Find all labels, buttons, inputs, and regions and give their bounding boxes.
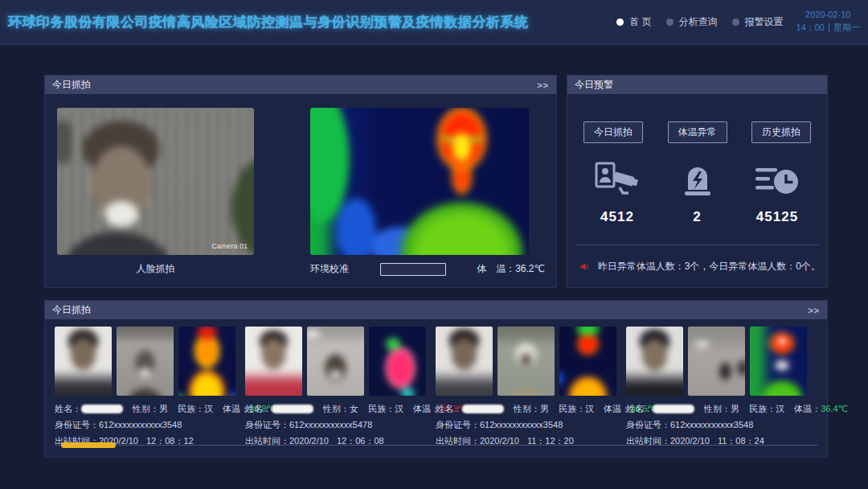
scene-capture-thumbnail[interactable]: [497, 327, 555, 396]
capture-record[interactable]: 姓名： 性别：男 民族：汉 体温：36.8℃ 身份证号：612xxxxxxxxx…: [55, 327, 245, 449]
camera-watermark: Camera 01: [211, 242, 248, 250]
name-redacted: [81, 405, 123, 413]
gender-value: 女: [350, 404, 358, 413]
temp-label: 体 温：: [477, 263, 515, 274]
id-photo-art: [55, 327, 112, 396]
id-value: 612xxxxxxxxxxx3548: [670, 420, 753, 429]
thermal-capture-image[interactable]: [310, 108, 529, 255]
thermal-thumbnail[interactable]: [750, 327, 807, 396]
panel-title: 今日预警: [575, 78, 613, 92]
horn-icon: [580, 260, 590, 273]
nav-label: 首 页: [629, 15, 651, 29]
thermal-thumbnail[interactable]: [178, 327, 235, 396]
tab-today-capture[interactable]: 今日抓拍: [583, 121, 643, 143]
body-temp-readout: 体 温：36.2℃: [477, 262, 545, 276]
nav-item-analysis-query[interactable]: 分析查询: [666, 15, 718, 29]
id-label: 身份证号：: [626, 420, 670, 429]
stat-today-capture: 4512: [588, 161, 646, 225]
app-header: 环球印务股份有限公司疫情高风险区域防控测温与身份识别预警及疫情数据分析系统 首 …: [0, 0, 868, 45]
name-label: 姓名：: [245, 404, 272, 413]
bullet-dot-icon: [732, 18, 739, 26]
stat-temp-abnormal: 2: [669, 161, 727, 225]
panel-header: 今日抓拍 >>: [45, 301, 827, 319]
nav-item-alarm-settings[interactable]: 报警设置: [732, 15, 784, 29]
time-text: 14：00: [796, 22, 825, 35]
id-value: 612xxxxxxxxxxx3548: [480, 420, 563, 429]
id-photo-thumbnail[interactable]: [626, 327, 683, 396]
ethnic-value: 汉: [204, 404, 213, 413]
ethnic-label: 民族：: [559, 404, 585, 413]
stat-value: 4512: [588, 209, 646, 225]
capture-record[interactable]: 姓名： 性别：男 民族：汉 体温：36.5℃ 身份证号：612xxxxxxxxx…: [436, 327, 626, 449]
caption-row: 人脸抓拍 环境校准 体 温：36.2℃: [45, 262, 556, 276]
expand-arrows-icon[interactable]: >>: [537, 80, 549, 90]
capture-records-panel: 今日抓拍 >> 姓名： 性别：男 民族：汉 体温：36.8℃ 身份证号：: [44, 300, 828, 458]
scene-art: [307, 327, 364, 396]
gender-label: 性别：: [704, 404, 731, 413]
name-label: 姓名：: [55, 404, 81, 413]
env-calibration-label: 环境校准: [310, 262, 349, 276]
thermal-art: [559, 327, 616, 396]
expand-arrows-icon[interactable]: >>: [808, 306, 820, 315]
scene-capture-thumbnail[interactable]: [307, 327, 364, 396]
divider: [575, 244, 819, 245]
scrollbar-track[interactable]: [55, 445, 817, 446]
ethnic-value: 汉: [776, 404, 784, 413]
id-photo-art: [436, 327, 493, 396]
thermal-scene-art: [310, 108, 529, 255]
panel-title: 今日抓拍: [52, 78, 91, 92]
tab-history-capture[interactable]: 历史抓拍: [751, 121, 811, 143]
records-row: 姓名： 性别：男 民族：汉 体温：36.8℃ 身份证号：612xxxxxxxxx…: [45, 319, 827, 449]
id-label: 身份证号：: [436, 420, 480, 429]
temp-value: 36.2℃: [515, 263, 545, 274]
bullet-dot-icon: [616, 18, 624, 26]
id-photo-thumbnail[interactable]: [245, 327, 302, 396]
id-photo-thumbnail[interactable]: [55, 327, 112, 396]
scene-art: [497, 327, 555, 396]
id-value: 612xxxxxxxxxxx5478: [289, 420, 372, 429]
gender-value: 男: [159, 404, 168, 413]
today-warning-panel: 今日预警 今日抓拍 体温异常 历史抓拍 4512: [567, 75, 828, 288]
face-capture-image[interactable]: Camera 01: [57, 108, 254, 255]
tab-temp-abnormal[interactable]: 体温异常: [668, 121, 727, 143]
id-photo-thumbnail[interactable]: [436, 327, 493, 396]
capture-record[interactable]: 姓名： 性别：男 民族：汉 体温：36.4℃ 身份证号：612xxxxxxxxx…: [626, 327, 817, 449]
scrollbar-thumb[interactable]: [61, 442, 116, 448]
abnormal-temp-notice: 昨日异常体温人数：3个，今日异常体温人数：0个。: [580, 260, 821, 273]
divider: [829, 23, 829, 32]
nav-item-home[interactable]: 首 页: [616, 15, 651, 29]
camera-id-capture-icon: [595, 161, 640, 199]
stats-row: 4512 2 45125: [567, 161, 827, 225]
env-calibration-input[interactable]: [380, 263, 446, 276]
capture-record[interactable]: 姓名： 性别：女 民族：汉 体温：37.3℃ 身份证号：612xxxxxxxxx…: [245, 327, 436, 449]
nav-label: 分析查询: [679, 15, 718, 29]
horizontal-scrollbar[interactable]: [55, 442, 817, 448]
temp-value: 36.4℃: [821, 404, 848, 413]
stat-value: 45125: [748, 209, 806, 225]
camera-scene-art: [57, 108, 254, 255]
record-thumbnails: [245, 327, 436, 396]
thermal-art: [750, 327, 807, 396]
gender-label: 性别：: [323, 404, 350, 413]
time-row: 14：00 星期一: [796, 22, 860, 35]
bullet-dot-icon: [666, 18, 674, 26]
datetime-display: 2020-02-10 14：00 星期一: [796, 9, 860, 35]
ethnic-label: 民族：: [368, 404, 395, 413]
name-label: 姓名：: [626, 404, 653, 413]
scene-capture-thumbnail[interactable]: [688, 327, 745, 396]
stat-value: 2: [669, 209, 727, 225]
thermal-thumbnail[interactable]: [369, 327, 426, 396]
panel-header: 今日预警: [567, 76, 827, 94]
warning-tabs: 今日抓拍 体温异常 历史抓拍: [567, 121, 827, 143]
scene-art: [688, 327, 745, 396]
gender-label: 性别：: [514, 404, 540, 413]
ethnic-value: 汉: [395, 404, 403, 413]
app-title: 环球印务股份有限公司疫情高风险区域防控测温与身份识别预警及疫情数据分析系统: [8, 13, 529, 31]
ethnic-label: 民族：: [749, 404, 776, 413]
thermal-art: [178, 327, 235, 396]
thermal-art: [369, 327, 426, 396]
ethnic-value: 汉: [585, 404, 594, 413]
thermal-thumbnail[interactable]: [559, 327, 616, 396]
name-redacted: [462, 405, 504, 413]
scene-capture-thumbnail[interactable]: [117, 327, 174, 396]
